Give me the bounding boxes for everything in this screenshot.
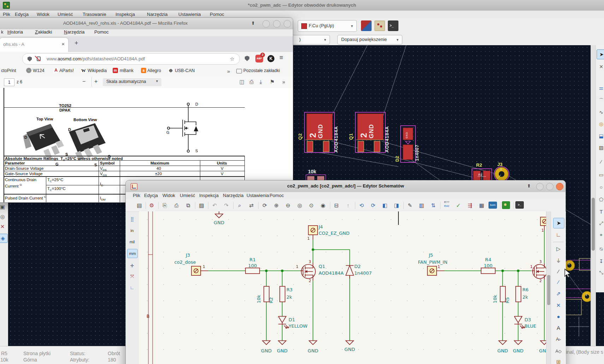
units-inches-button[interactable]: in: [127, 226, 137, 235]
draw-rectangle-icon[interactable]: ▭: [597, 170, 604, 179]
drill-origin-icon[interactable]: ⌖: [597, 230, 604, 239]
firefox-titlebar[interactable]: AOD4184A_rev0_rohs.xls - AOD4184A.pdf — …: [0, 18, 293, 30]
minimize-button[interactable]: [536, 183, 544, 190]
route-track-icon[interactable]: ⌒: [597, 96, 604, 105]
add-power-port-icon[interactable]: ⏚: [553, 256, 564, 266]
firefox-menu-fragment[interactable]: k: [1, 29, 4, 35]
firefox-menu-zakladki[interactable]: Zakładki: [35, 29, 52, 35]
open-pcb-icon[interactable]: [502, 201, 510, 209]
sch-menu-inspekcja[interactable]: Inspekcja: [199, 193, 219, 198]
grid-toggle-icon[interactable]: ⣿: [127, 215, 137, 223]
add-text-icon[interactable]: A: [553, 323, 564, 333]
route-diff-pair-icon[interactable]: ⚌: [597, 83, 604, 93]
pcb-local-ratsnest-icon[interactable]: ✕: [597, 62, 604, 71]
bookmark-mbank[interactable]: mBank: [120, 68, 134, 73]
firefox-menu-narzedzia[interactable]: Narzędzia: [64, 29, 85, 35]
add-zone-icon[interactable]: ▨: [597, 143, 604, 152]
bookmark-usbcan[interactable]: USB-CAN: [175, 68, 195, 73]
add-global-label-icon[interactable]: A◇: [553, 346, 564, 356]
assign-footprints-icon[interactable]: ⇶: [465, 201, 475, 210]
add-sheet-icon[interactable]: ⊞: [553, 357, 564, 364]
console-icon[interactable]: >_: [515, 201, 524, 209]
zoom-objects-icon[interactable]: ◉: [318, 201, 328, 210]
bookmarks-overflow-chevron[interactable]: »: [227, 68, 230, 74]
pcb-menu-ustawienia[interactable]: Ustawienia: [178, 12, 201, 17]
add-line-icon[interactable]: ∕: [553, 267, 564, 276]
mirror-h-icon[interactable]: ◧: [380, 201, 390, 210]
symbol-browser-icon[interactable]: ▥: [417, 201, 426, 210]
bookmark-aparts[interactable]: AParts!: [59, 68, 74, 73]
add-symbol-icon[interactable]: ▷: [553, 244, 564, 254]
page-settings-icon[interactable]: ⎘: [160, 201, 170, 210]
zoom-in-icon[interactable]: ⊕: [272, 201, 281, 210]
tracking-shield-icon[interactable]: [28, 56, 32, 61]
add-via-icon[interactable]: ◎: [597, 119, 604, 129]
pcb-menu-widok[interactable]: Widok: [37, 12, 49, 17]
add-label-icon[interactable]: A▹: [553, 334, 564, 344]
add-text-icon[interactable]: T: [597, 207, 604, 216]
zoom-fit-icon[interactable]: ◎: [295, 201, 304, 210]
footprint-graphics-icon[interactable]: [374, 20, 385, 31]
annotate-icon[interactable]: R?? R42: [442, 200, 451, 209]
find-replace-icon[interactable]: ⇄: [247, 201, 256, 210]
erc-icon[interactable]: ✓: [454, 201, 463, 210]
scripting-console-icon[interactable]: >_: [388, 20, 398, 31]
pcb-menu-plik[interactable]: Plik: [3, 12, 10, 17]
schematic-titlebar[interactable]: co2_pwm_adc [co2_pwm_adc/] — Edytor Sche…: [126, 180, 565, 192]
add-junction-icon[interactable]: ●: [553, 312, 564, 322]
footprint-mode-icon[interactable]: ▣: [0, 203, 7, 211]
tune-length-icon[interactable]: ∿: [597, 108, 604, 117]
pdf-zoom-out-button[interactable]: −: [82, 78, 85, 85]
refresh-icon[interactable]: ⟳: [260, 201, 270, 210]
bookmark-octoprint[interactable]: ctoPrint: [1, 68, 16, 73]
pcb-menu-edycja[interactable]: Edycja: [15, 12, 29, 17]
measure-tool-icon[interactable]: ⤡: [597, 268, 604, 277]
window-pin-icon[interactable]: ⬆: [527, 183, 531, 189]
bookmark-w124[interactable]: W124: [33, 68, 45, 73]
url-bar[interactable]: www.aosmd.com/pdfs/datasheet/AOD4184A.pd…: [22, 53, 240, 65]
pcb-window-titlebar[interactable]: *co2_pwm_adc — Edytor obwodów drukowanyc…: [0, 0, 604, 11]
plot-icon[interactable]: ⧉: [183, 201, 193, 210]
maximize-button[interactable]: [273, 20, 280, 28]
add-dimension-icon[interactable]: ⤢: [597, 219, 604, 228]
rotate-cw-icon[interactable]: ⟳: [368, 201, 378, 210]
layer-pair-icon[interactable]: [361, 20, 372, 31]
pcb-select-tool-icon[interactable]: ➤: [597, 49, 604, 59]
find-icon[interactable]: ⌕: [235, 201, 244, 210]
paste-icon[interactable]: ▨: [197, 201, 206, 210]
bookmark-allegro[interactable]: Allegro: [147, 68, 161, 73]
draw-circle-icon[interactable]: ○: [597, 183, 604, 192]
leave-sheet-icon[interactable]: ↑: [343, 201, 353, 210]
pcb-menu-trasowanie[interactable]: Trasowanie: [83, 12, 106, 17]
zoom-selection-icon[interactable]: ⊙: [307, 201, 316, 210]
pdf-scale-selector[interactable]: Skala automatyczna ▼: [103, 78, 161, 86]
hierarchy-navigator-icon[interactable]: ⊟: [332, 201, 341, 210]
pocket-shield-icon[interactable]: [245, 56, 249, 61]
bookmark-other-bookmarks[interactable]: Pozostałe zakładki: [243, 68, 280, 73]
add-footprint-icon[interactable]: ⬓: [597, 131, 604, 141]
adblock-icon[interactable]: ABP 2: [255, 55, 263, 62]
hidden-pins-icon[interactable]: ⤧: [127, 272, 137, 281]
settings-icon[interactable]: ⚙: [147, 201, 156, 210]
draw-line-icon[interactable]: ∕: [597, 157, 604, 166]
pdf-bookmark-icon[interactable]: ⚑: [270, 79, 274, 85]
keepa-icon[interactable]: K: [267, 55, 274, 62]
sch-menu-pomoc[interactable]: Pomoc: [270, 193, 284, 198]
pdf-zoom-in-button[interactable]: +: [94, 78, 97, 85]
no-connect-icon[interactable]: ✕: [553, 300, 564, 310]
units-mm-button[interactable]: mm: [127, 249, 138, 258]
pcb-menu-inspekcja[interactable]: Inspekcja: [116, 12, 135, 17]
firefox-menu-pomoc[interactable]: Pomoc: [94, 29, 108, 35]
close-button[interactable]: [284, 20, 291, 28]
layers-manager-icon[interactable]: ◈: [0, 234, 8, 243]
minimize-button[interactable]: [262, 20, 270, 28]
bookmark-wikipedia[interactable]: Wikipedia: [88, 68, 107, 73]
rotate-ccw-icon[interactable]: ⟲: [357, 201, 366, 210]
pdf-page-input[interactable]: 1: [4, 78, 14, 86]
sch-menu-ustawienia[interactable]: Ustawienia: [247, 193, 269, 198]
tab-close-icon[interactable]: ×: [61, 41, 65, 47]
add-wire-icon[interactable]: ∟: [553, 230, 564, 240]
delete-tool-icon[interactable]: ⍉: [597, 244, 604, 253]
anchor-tool-icon[interactable]: ↧: [597, 257, 604, 266]
symbol-table-icon[interactable]: ▦: [477, 201, 486, 210]
